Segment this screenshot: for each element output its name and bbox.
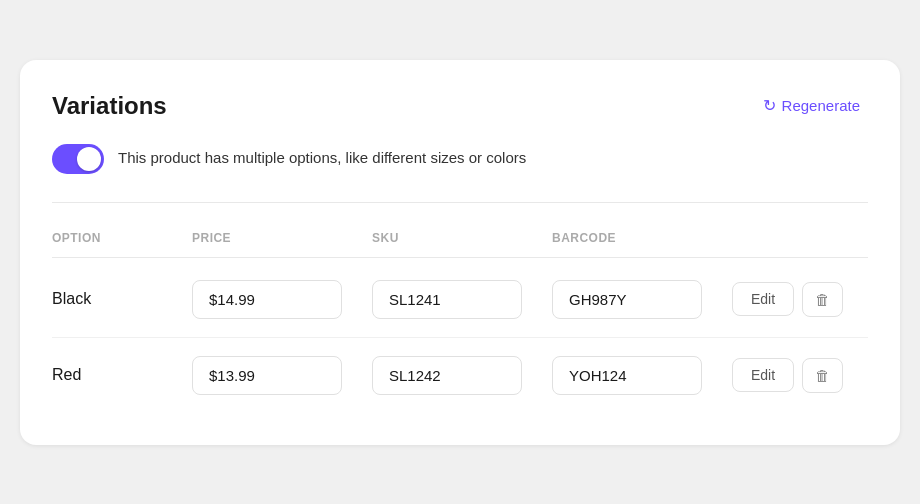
barcode-field-black: GH987Y: [552, 280, 702, 319]
table-row: Black $14.99 SL1241 GH987Y Edit 🗑: [52, 262, 868, 338]
toggle-description: This product has multiple options, like …: [118, 147, 526, 170]
row-sku-black: SL1241: [372, 280, 552, 319]
edit-button-red[interactable]: Edit: [732, 358, 794, 392]
header-option: OPTION: [52, 231, 192, 245]
regenerate-button[interactable]: ↻ Regenerate: [755, 92, 868, 119]
header-price: PRICE: [192, 231, 372, 245]
row-barcode-red: YOH124: [552, 356, 732, 395]
header-actions: [732, 231, 868, 245]
header-barcode: BARCODE: [552, 231, 732, 245]
regenerate-label: Regenerate: [782, 97, 860, 114]
variations-card: Variations ↻ Regenerate This product has…: [20, 60, 900, 445]
sku-field-black: SL1241: [372, 280, 522, 319]
trash-icon-red: 🗑: [815, 367, 830, 384]
table-row: Red $13.99 SL1242 YOH124 Edit 🗑: [52, 338, 868, 413]
trash-icon-black: 🗑: [815, 291, 830, 308]
toggle-track: [52, 144, 104, 174]
row-sku-red: SL1242: [372, 356, 552, 395]
row-actions-red: Edit 🗑: [732, 358, 868, 393]
price-field-red: $13.99: [192, 356, 342, 395]
row-option-black: Black: [52, 290, 192, 308]
sku-field-red: SL1242: [372, 356, 522, 395]
toggle-row: This product has multiple options, like …: [52, 144, 868, 203]
card-title: Variations: [52, 92, 167, 120]
table-header: OPTION PRICE SKU BARCODE: [52, 231, 868, 258]
delete-button-red[interactable]: 🗑: [802, 358, 843, 393]
variations-toggle[interactable]: [52, 144, 104, 174]
delete-button-black[interactable]: 🗑: [802, 282, 843, 317]
header-sku: SKU: [372, 231, 552, 245]
edit-button-black[interactable]: Edit: [732, 282, 794, 316]
row-option-red: Red: [52, 366, 192, 384]
row-price-black: $14.99: [192, 280, 372, 319]
card-header: Variations ↻ Regenerate: [52, 92, 868, 120]
toggle-thumb: [77, 147, 101, 171]
row-actions-black: Edit 🗑: [732, 282, 868, 317]
price-field-black: $14.99: [192, 280, 342, 319]
row-barcode-black: GH987Y: [552, 280, 732, 319]
row-price-red: $13.99: [192, 356, 372, 395]
regenerate-icon: ↻: [763, 96, 776, 115]
barcode-field-red: YOH124: [552, 356, 702, 395]
